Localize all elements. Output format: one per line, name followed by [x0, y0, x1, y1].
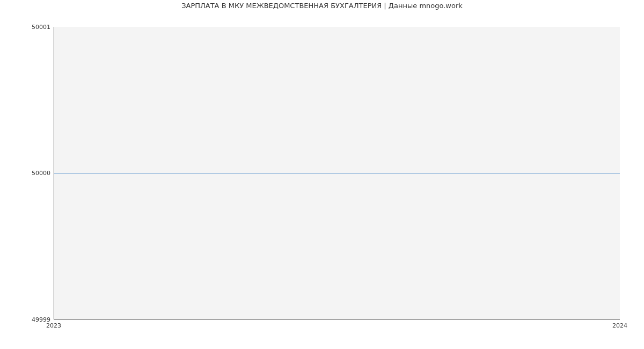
plot-area: [54, 27, 620, 319]
y-tick-label: 50001: [32, 24, 50, 31]
salary-chart: ЗАРПЛАТА В МКУ МЕЖВЕДОМСТВЕННАЯ БУХГАЛТЕ…: [0, 0, 644, 349]
y-tick-label: 50000: [32, 170, 50, 177]
data-series-line: [54, 173, 620, 173]
x-tick-label: 2024: [612, 322, 627, 329]
chart-title: ЗАРПЛАТА В МКУ МЕЖВЕДОМСТВЕННАЯ БУХГАЛТЕ…: [0, 2, 644, 10]
x-tick-label: 2023: [46, 322, 61, 329]
